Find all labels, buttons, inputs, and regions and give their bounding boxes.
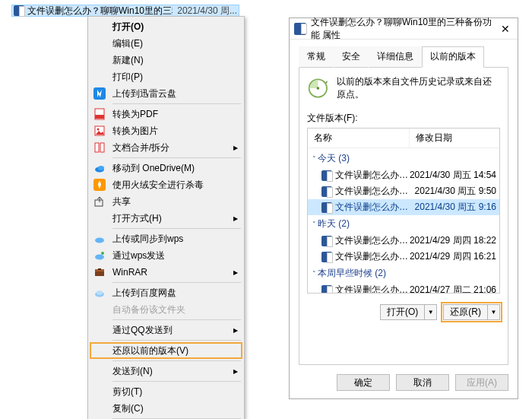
menu-item[interactable]: 编辑(E) (90, 35, 242, 52)
chevron-right-icon: ▶ (233, 327, 238, 334)
menu-item-label: 编辑(E) (112, 37, 143, 50)
file-name: 文件误删怎么办？聊聊Win10里的三种备份功能 (27, 5, 173, 17)
column-date[interactable]: 修改日期 (410, 129, 499, 148)
row-date: 2021/4/29 周四 18:22 (410, 234, 496, 247)
menu-item[interactable]: 还原以前的版本(V) (90, 342, 242, 359)
menu-item-label: 文档合并/拆分 (112, 141, 169, 154)
svg-rect-16 (98, 268, 101, 270)
menu-item[interactable]: 打开方式(H)▶ (90, 210, 242, 227)
restore-split-button[interactable]: 还原(R) ▼ (443, 304, 500, 320)
explorer-file-item[interactable]: 文件误删怎么办？聊聊Win10里的三种备份功能 2021/4/30 周... (11, 5, 239, 17)
file-date: 2021/4/30 周... (177, 5, 237, 17)
wps-icon (93, 232, 106, 246)
row-date: 2021/4/30 周五 9:50 (415, 185, 496, 198)
apply-button[interactable]: 应用(A) (455, 374, 508, 391)
svg-point-12 (95, 255, 104, 260)
menu-item[interactable]: 发送到(N)▶ (90, 363, 242, 379)
menu-item-label: 打开(O) (112, 21, 144, 33)
action-row: 打开(O) ▼ 还原(R) ▼ (307, 304, 500, 320)
menu-item[interactable]: WinRAR▶ (90, 264, 242, 281)
chevron-right-icon: ▶ (233, 144, 238, 151)
row-date: 2021/4/30 周五 14:54 (410, 169, 496, 182)
menu-item[interactable]: 文档合并/拆分▶ (90, 139, 242, 156)
blank-icon (93, 37, 106, 50)
dropdown-icon[interactable]: ▼ (424, 305, 436, 319)
chevron-right-icon: ▶ (233, 269, 238, 276)
baidu-icon (93, 286, 106, 300)
menu-item[interactable]: 共享 (90, 193, 242, 210)
menu-item[interactable]: 通过wps发送 (90, 247, 242, 264)
blank-icon (93, 211, 106, 225)
list-item[interactable]: 文件误删怎么办？聊聊Win1...2021/4/30 周五 14:54 (308, 167, 499, 183)
menu-item[interactable]: 新建(N) (90, 52, 242, 68)
menu-item-label: 复制(C) (112, 402, 144, 415)
word-doc-icon (321, 202, 332, 213)
word-doc-icon (321, 186, 332, 197)
menu-item[interactable]: 剪切(T) (90, 383, 242, 400)
close-icon[interactable]: ✕ (498, 23, 513, 35)
menu-item-label: 转换为图片 (112, 125, 158, 138)
blank-icon (93, 323, 106, 337)
menu-item[interactable]: 使用火绒安全进行杀毒 (90, 176, 242, 193)
list-item[interactable]: 文件误删怎么办？聊聊Win1...2021/4/30 周五 9:50 (308, 183, 499, 199)
chevron-down-icon: ˅ (312, 221, 316, 228)
tab-panel-previous-versions: 以前的版本来自文件历史记录或来自还原点。 文件版本(F): 名称 修改日期 ˅今… (299, 67, 508, 365)
blank-icon (93, 385, 106, 398)
menu-separator (112, 340, 241, 341)
word-doc-icon (321, 236, 332, 246)
row-date: 2021/4/29 周四 16:21 (410, 250, 496, 263)
menu-item[interactable]: 打印(P) (90, 68, 242, 85)
list-item[interactable]: 文件误删怎么办？聊聊Win1...2021/4/30 周五 9:16 (308, 199, 499, 215)
list-item[interactable]: 文件误删怎么办？聊聊Win1...2021/4/29 周四 16:21 (308, 249, 499, 265)
menu-item-label: WinRAR (112, 267, 147, 278)
menu-item[interactable]: 通过QQ发送到▶ (90, 322, 242, 338)
list-group-header[interactable]: ˅昨天 (2) (308, 215, 499, 233)
cancel-button[interactable]: 取消 (396, 374, 449, 391)
menu-item-label: 还原以前的版本(V) (112, 344, 188, 357)
column-name[interactable]: 名称 (308, 129, 410, 148)
menu-item-label: 共享 (112, 195, 131, 208)
dialog-titlebar: 文件误删怎么办？聊聊Win10里的三种备份功能 属性 ✕ (290, 18, 518, 40)
list-item[interactable]: 文件误删怎么办？聊聊Win1...2021/4/29 周四 18:22 (308, 233, 499, 249)
svg-rect-10 (95, 200, 103, 206)
tab[interactable]: 常规 (299, 46, 334, 68)
svg-point-4 (97, 129, 100, 131)
open-split-button[interactable]: 打开(O) ▼ (380, 304, 437, 320)
tab[interactable]: 以前的版本 (422, 46, 484, 68)
winrar-icon (93, 265, 106, 279)
dropdown-icon[interactable]: ▼ (487, 305, 499, 319)
menu-item-label: 新建(N) (112, 54, 144, 67)
menu-item[interactable]: 转换为PDF (90, 106, 242, 122)
list-group-header[interactable]: ˅今天 (3) (308, 150, 499, 167)
menu-separator (112, 381, 241, 382)
menu-separator (112, 228, 241, 229)
row-name: 文件误删怎么办？聊聊Win1... (335, 185, 415, 198)
chevron-right-icon: ▶ (233, 215, 238, 222)
menu-item[interactable]: 上传到百度网盘 (90, 284, 242, 301)
svg-point-11 (95, 238, 104, 243)
svg-point-13 (101, 252, 104, 255)
menu-item[interactable]: 打开(O) (90, 18, 242, 35)
tab[interactable]: 安全 (334, 46, 369, 68)
row-name: 文件误删怎么办？聊聊Win1... (335, 169, 410, 182)
menu-item[interactable]: 移动到 OneDrive(M) (90, 160, 242, 176)
chevron-right-icon: ▶ (233, 368, 238, 375)
blank-icon (93, 344, 106, 357)
menu-item[interactable]: 转换为图片 (90, 122, 242, 139)
tab[interactable]: 详细信息 (369, 46, 422, 68)
menu-item-label: 剪切(T) (112, 386, 142, 398)
menu-item[interactable]: 上传到迅雷云盘 (90, 85, 242, 102)
versions-listbox[interactable]: 名称 修改日期 ˅今天 (3)文件误删怎么办？聊聊Win1...2021/4/3… (307, 128, 500, 294)
restore-button-label: 还原(R) (444, 305, 487, 319)
menu-item[interactable]: 复制(C) (90, 400, 242, 417)
blank-icon (93, 303, 106, 316)
menu-item-label: 上传到迅雷云盘 (112, 87, 176, 100)
list-item[interactable]: 文件误删怎么办？聊聊Win1...2021/4/27 周二 21:06 (308, 282, 499, 294)
group-title: 今天 (3) (318, 152, 350, 165)
chevron-down-icon: ˅ (312, 155, 316, 163)
ok-button[interactable]: 确定 (337, 374, 390, 391)
list-group-header[interactable]: ˅本周早些时候 (2) (308, 265, 499, 282)
blank-icon (93, 53, 106, 67)
menu-item[interactable]: 上传或同步到wps (90, 230, 242, 247)
description-row: 以前的版本来自文件历史记录或来自还原点。 (307, 75, 500, 101)
